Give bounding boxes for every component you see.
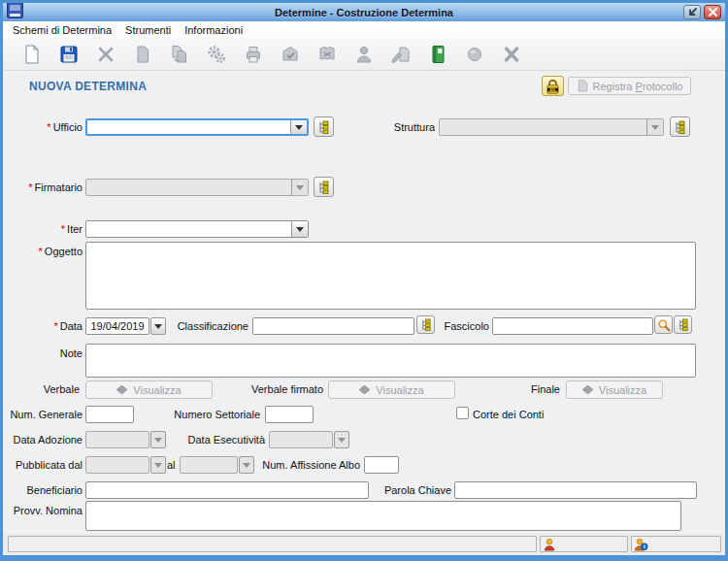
numero-settoriale-input[interactable] — [265, 406, 314, 423]
delete-x-icon — [94, 43, 117, 66]
green-binder-icon[interactable] — [426, 43, 449, 66]
firmatario-combobox — [85, 179, 309, 196]
fascicolo-lookup-button[interactable] — [674, 315, 692, 334]
print-icon — [242, 43, 265, 66]
user-icon — [543, 538, 556, 551]
determine-window: Determine - Costruzione Determina Schemi… — [0, 0, 728, 561]
menu-schemi-di-determina[interactable]: Schemi di Determina — [13, 24, 112, 36]
page-title: NUOVA DETERMINA — [29, 80, 147, 93]
note-textarea[interactable] — [85, 344, 696, 378]
magnifier-icon — [657, 318, 671, 332]
title-bar[interactable]: Determine - Costruzione Determina — [3, 3, 725, 22]
menu-informazioni[interactable]: Informazioni — [184, 24, 243, 36]
save-icon[interactable] — [57, 43, 81, 66]
restore-window-button[interactable] — [683, 5, 701, 19]
new-document-icon[interactable] — [20, 43, 44, 66]
diamond-icon — [116, 385, 127, 394]
numero-settoriale-label: Numero Settoriale — [163, 409, 260, 420]
hierarchy-list-icon — [678, 318, 689, 331]
svg-text:ADL: ADL — [549, 87, 556, 91]
pubblicata-al-input — [180, 456, 238, 474]
data-datepicker[interactable] — [85, 317, 166, 335]
iter-combobox[interactable] — [85, 220, 309, 238]
status-user-info-panel: i — [631, 536, 721, 552]
num-generale-input[interactable] — [85, 406, 134, 423]
al-label: al — [167, 459, 176, 471]
struttura-label: Struttura — [352, 121, 435, 133]
registra-protocollo-label: Registra Protocollo — [593, 81, 683, 92]
verbale-firmato-visualizza-button: Visualizza — [328, 380, 455, 399]
sphere-icon — [463, 43, 486, 66]
firmatario-lookup-button[interactable] — [314, 177, 334, 197]
ufficio-label: *Ufficio — [3, 121, 83, 133]
ufficio-lookup-button[interactable] — [314, 116, 334, 137]
copy-document-icon — [168, 43, 191, 66]
struttura-lookup-button[interactable] — [670, 116, 690, 137]
user-info-icon: i — [634, 538, 648, 551]
window-title: Determine - Costruzione Determina — [3, 7, 725, 18]
fascicolo-label: Fascicolo — [430, 320, 489, 332]
lock-icon: ADL — [545, 78, 561, 95]
pubblicata-al-calendar-dropdown — [239, 456, 254, 474]
person-icon — [352, 43, 376, 66]
menu-bar: Schemi di Determina Strumenti Informazio… — [3, 21, 725, 39]
iter-combobox-value[interactable] — [86, 221, 291, 237]
hierarchy-list-icon — [317, 120, 330, 134]
parola-chiave-label: Parola Chiave — [381, 484, 451, 496]
firmatario-combobox-arrow — [291, 180, 308, 195]
hierarchy-list-icon — [674, 120, 686, 134]
fascicolo-input[interactable] — [492, 317, 653, 335]
pubblicata-dal-calendar-dropdown — [150, 456, 166, 474]
ufficio-combobox-value[interactable] — [87, 120, 290, 134]
parola-chiave-input[interactable] — [454, 481, 697, 499]
corte-dei-conti-checkbox[interactable] — [456, 407, 469, 419]
approve-package-icon — [279, 43, 302, 66]
status-bar: i — [3, 534, 725, 555]
status-user-panel — [540, 536, 628, 552]
provv-nomina-textarea[interactable] — [85, 501, 681, 531]
firmatario-combobox-value — [86, 180, 291, 195]
classificazione-input[interactable] — [252, 317, 414, 335]
close-window-button[interactable] — [704, 5, 721, 19]
menu-strumenti[interactable]: Strumenti — [125, 24, 171, 36]
lock-button[interactable]: ADL — [542, 76, 564, 96]
num-affissione-albo-label: Num. Affissione Albo — [260, 459, 360, 471]
data-adozione-datepicker — [85, 431, 166, 448]
oggetto-label: *Oggetto — [3, 246, 83, 257]
gears-icon — [205, 43, 228, 66]
data-input[interactable] — [85, 317, 149, 335]
beneficiario-input[interactable] — [85, 481, 369, 499]
firmatario-label: *Firmatario — [3, 182, 83, 193]
pubblicata-dal-input — [85, 456, 149, 474]
verbale-visualizza-button: Visualizza — [85, 380, 213, 399]
note-label: Note — [3, 347, 83, 359]
pubblicata-al-datepicker — [180, 456, 254, 474]
pubblicata-dal-datepicker — [85, 456, 166, 474]
data-esecutivita-label: Data Esecutività — [168, 434, 265, 446]
iter-combobox-arrow[interactable] — [291, 221, 308, 237]
diamond-icon — [359, 385, 370, 394]
chevron-down-icon — [295, 125, 303, 130]
beneficiario-label: Beneficiario — [3, 484, 83, 496]
sign-document-icon — [389, 43, 413, 66]
fascicolo-search-button[interactable] — [654, 315, 673, 334]
diamond-icon — [582, 385, 593, 394]
ufficio-combobox-arrow[interactable] — [290, 120, 307, 134]
data-adozione-calendar-dropdown — [150, 431, 166, 448]
hierarchy-list-icon — [317, 181, 330, 194]
chevron-down-icon — [154, 438, 162, 443]
verbale-label: Verbale — [3, 383, 80, 395]
pubblicata-dal-label: Pubblicata dal — [3, 459, 83, 471]
ufficio-combobox[interactable] — [85, 118, 309, 136]
iter-label: *Iter — [3, 223, 83, 235]
close-icon — [709, 8, 717, 16]
toolbar — [3, 38, 725, 71]
oggetto-textarea[interactable] — [85, 242, 696, 310]
data-label: *Data — [3, 320, 83, 332]
num-generale-label: Num. Generale — [3, 409, 83, 420]
num-affissione-albo-input[interactable] — [364, 456, 399, 474]
struttura-combobox — [439, 118, 664, 136]
finale-label: Finale — [488, 383, 560, 395]
chevron-down-icon — [243, 463, 250, 468]
protocol-document-icon — [577, 80, 588, 92]
